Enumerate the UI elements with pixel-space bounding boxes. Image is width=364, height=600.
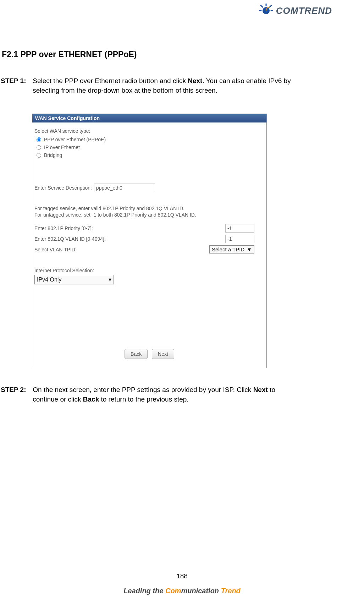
vlan-label: Enter 802.1Q VLAN ID [0-4094]:	[34, 236, 106, 242]
globe-swirl-icon	[259, 4, 273, 18]
footer-a: Leading the	[123, 587, 165, 595]
ip-selection-select[interactable]: IPv4 Only ▾	[34, 275, 114, 284]
panel-title: WAN Service Configuration	[32, 114, 266, 122]
priority-label: Enter 802.1P Priority [0-7]:	[34, 225, 93, 231]
step-2-back-word: Back	[83, 396, 99, 403]
step-2-text-c: to return to the previous step.	[99, 396, 188, 403]
tpid-row: Select VLAN TPID: Select a TPID ▼	[34, 245, 254, 253]
priority-input[interactable]	[225, 224, 254, 233]
wan-service-config-panel: WAN Service Configuration Select WAN ser…	[32, 114, 267, 368]
footer-b: Com	[165, 587, 181, 595]
chevron-down-icon: ▼	[247, 246, 252, 252]
service-description-input[interactable]	[94, 184, 155, 192]
section-heading: F2.1 PPP over ETHERNET (PPPoE)	[2, 50, 137, 59]
svg-line-2	[270, 5, 271, 7]
radio-pppoe-label: PPP over Ethernet (PPPoE)	[44, 137, 106, 142]
footer-d: Trend	[221, 587, 241, 595]
tag-hint-1: For tagged service, enter valid 802.1P P…	[34, 206, 264, 211]
step-1-label: STEP 1:	[1, 76, 31, 86]
brand-logo: COMTREND	[259, 4, 332, 18]
page-number: 188	[0, 572, 364, 580]
radio-pppoe[interactable]: PPP over Ethernet (PPPoE)	[37, 137, 264, 142]
ip-selection-value: IPv4 Only	[37, 277, 61, 283]
step-1: STEP 1: Select the PPP over Ethernet rad…	[1, 76, 332, 95]
radio-pppoe-input[interactable]	[37, 137, 41, 142]
radio-ipoe[interactable]: IP over Ethernet	[37, 144, 264, 150]
footer-tagline: Leading the Communication Trend	[0, 587, 364, 595]
step-1-next-word: Next	[188, 77, 202, 84]
step-2-label: STEP 2:	[1, 385, 31, 395]
next-button[interactable]: Next	[152, 349, 174, 359]
select-wan-label: Select WAN service type:	[34, 128, 264, 134]
service-description-label: Enter Service Description:	[34, 185, 92, 191]
radio-bridge[interactable]: Bridging	[37, 152, 264, 158]
service-description-row: Enter Service Description:	[34, 184, 264, 192]
vlan-row: Enter 802.1Q VLAN ID [0-4094]:	[34, 235, 254, 243]
tag-hint-2: For untagged service, set -1 to both 802…	[34, 212, 264, 218]
radio-bridge-input[interactable]	[37, 153, 41, 158]
step-2: STEP 2: On the next screen, enter the PP…	[1, 385, 332, 404]
priority-row: Enter 802.1P Priority [0-7]:	[34, 224, 254, 233]
radio-ipoe-input[interactable]	[37, 145, 41, 150]
radio-bridge-label: Bridging	[44, 152, 62, 158]
tpid-label: Select VLAN TPID:	[34, 247, 77, 252]
ip-selection-label: Internet Protocol Selection:	[34, 268, 264, 273]
footer-c: munication	[181, 587, 221, 595]
tpid-select[interactable]: Select a TPID ▼	[209, 245, 254, 253]
back-button[interactable]: Back	[125, 349, 148, 359]
ip-selection-block: Internet Protocol Selection: IPv4 Only ▾	[34, 268, 264, 284]
step-2-next-word: Next	[253, 386, 268, 393]
step-2-body: On the next screen, enter the PPP settin…	[33, 385, 302, 404]
vlan-input[interactable]	[225, 235, 254, 243]
svg-line-3	[261, 5, 263, 7]
brand-name: COMTREND	[276, 5, 332, 16]
chevron-down-icon: ▾	[109, 276, 111, 283]
tpid-select-value: Select a TPID	[212, 246, 244, 252]
panel-buttons: Back Next	[32, 349, 266, 359]
step-1-body: Select the PPP over Ethernet radio butto…	[33, 76, 302, 95]
radio-ipoe-label: IP over Ethernet	[44, 144, 80, 150]
step-2-text-a: On the next screen, enter the PPP settin…	[33, 386, 253, 393]
step-1-text-a: Select the PPP over Ethernet radio butto…	[33, 77, 188, 84]
